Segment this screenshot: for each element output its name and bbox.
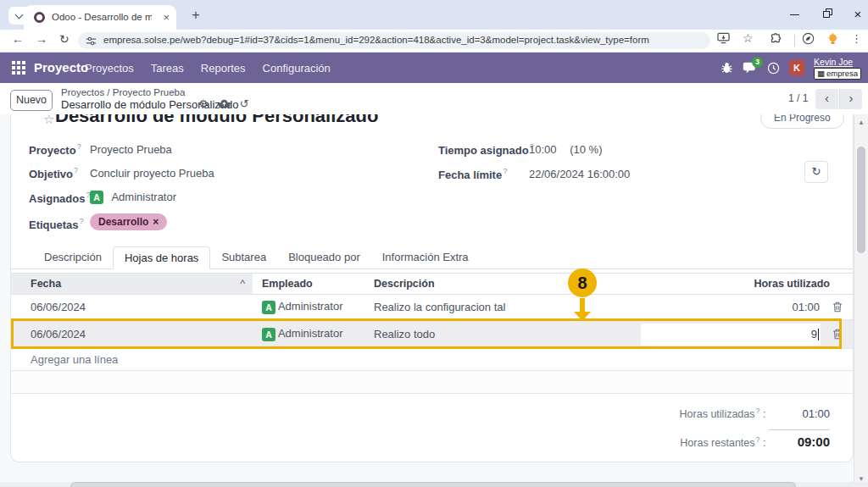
tab-hojas-de-horas[interactable]: Hojas de horas [113, 246, 210, 269]
energy-saver-icon[interactable] [802, 32, 815, 45]
company-badge: ▦empresa [814, 68, 861, 80]
total-used: Horas utilizadas? : 01:00 [609, 407, 830, 420]
task-form-sheet: ☆ Desarrollo de módulo Personalizado En … [10, 114, 854, 462]
activities-clock-icon[interactable] [767, 62, 780, 75]
extension-lightbulb-icon[interactable] [827, 33, 838, 47]
messages-count-badge: 3 [752, 57, 763, 68]
new-record-button[interactable]: Nuevo [10, 90, 53, 111]
menu-configuracion[interactable]: Configuración [263, 62, 331, 75]
hours-input[interactable]: 9 [641, 324, 821, 346]
browser-tab[interactable]: Odoo - Desarrollo de módulo P × [24, 5, 176, 30]
url-text[interactable]: empresa.solse.pe/web?debug=1#id=37&cids=… [103, 35, 697, 45]
address-bar[interactable]: empresa.solse.pe/web?debug=1#id=37&cids=… [78, 32, 710, 49]
column-header-descripcion[interactable]: Descripción [374, 274, 435, 294]
debug-bug-icon[interactable] [721, 62, 733, 74]
employee-avatar: A [262, 328, 275, 341]
extensions-icon[interactable] [770, 32, 782, 45]
toolbar-divider [794, 35, 795, 47]
window-close-button[interactable]: × [841, 0, 868, 30]
back-button[interactable]: ← [12, 32, 24, 46]
scrollbar-thumb[interactable] [857, 147, 865, 253]
reload-button[interactable]: ↻ [59, 32, 70, 46]
field-etiquetas-value: Desarrollo× [90, 213, 167, 230]
site-settings-icon[interactable] [86, 36, 97, 47]
timesheet-row-editing[interactable]: 06/06/2024 A Administrator Realizo todo … [11, 320, 853, 349]
annotation-step-badge: 8 [568, 268, 597, 297]
forward-button[interactable]: → [36, 32, 47, 46]
menu-proyectos[interactable]: Proyectos [85, 62, 134, 75]
user-name[interactable]: Kevin Joe [814, 57, 853, 67]
minimize-icon [790, 14, 799, 15]
bookmark-star-icon[interactable]: ☆ [743, 31, 754, 45]
field-asignados: Asignados? [29, 191, 90, 208]
timesheet-totals: Horas utilizadas? : 01:00 Horas restante… [609, 407, 830, 457]
tag-desarrollo[interactable]: Desarrollo× [90, 213, 167, 230]
employee-avatar: A [262, 301, 275, 314]
tab-bloqueado-por[interactable]: Bloqueado por [277, 246, 371, 269]
menu-reportes[interactable]: Reportes [201, 62, 246, 75]
gear-icon[interactable]: ⚙ [198, 97, 209, 110]
browser-menu-icon[interactable]: ⋮ [851, 32, 862, 45]
nav-right-cluster: 3 K Kevin Joe ▦empresa [721, 53, 861, 83]
tag-remove-icon[interactable]: × [153, 216, 159, 228]
tab-descripcion[interactable]: Descripción [33, 246, 113, 269]
timesheet-row[interactable]: 06/06/2024 A Administrator Realizo la co… [11, 295, 853, 320]
odoo-favicon-icon [34, 12, 45, 23]
field-etiquetas: Etiquetas? [29, 217, 84, 234]
field-proyecto-value[interactable]: Proyecto Prueba [90, 143, 172, 160]
total-remaining-value: 09:00 [769, 429, 830, 449]
apps-grid-icon[interactable] [12, 61, 25, 75]
column-header-fecha[interactable]: Fecha ^ [11, 274, 253, 294]
field-objetivo: Objetivo? [29, 166, 78, 183]
add-line-link[interactable]: Agregar una línea [11, 349, 853, 371]
browser-tab-strip: Odoo - Desarrollo de módulo P × + × [0, 0, 868, 30]
field-fecha-value[interactable]: 22/06/2024 16:00:00 [529, 168, 630, 185]
tab-subtarea[interactable]: Subtarea [210, 246, 277, 269]
field-objetivo-value[interactable]: Concluir proyecto Prueba [90, 167, 214, 184]
column-header-empleado[interactable]: Empleado [262, 274, 313, 294]
sort-asc-icon: ^ [240, 274, 245, 294]
field-proyecto: Proyecto? [29, 142, 81, 159]
delete-row-icon[interactable] [832, 329, 843, 340]
annotation-arrow [580, 298, 585, 313]
install-app-icon[interactable] [717, 32, 730, 44]
tab-informacion-extra[interactable]: Información Extra [371, 246, 480, 269]
user-menu[interactable]: Kevin Joe ▦empresa [814, 57, 861, 80]
field-tiempo-value[interactable]: 10:00 (10 %) [529, 143, 602, 160]
pager-previous-button[interactable]: ‹ [815, 89, 838, 109]
favorite-star-icon[interactable]: ☆ [43, 114, 54, 127]
menu-tareas[interactable]: Tareas [151, 62, 184, 75]
page-scrollbar[interactable]: ▲ ▼ [854, 114, 868, 487]
field-tiempo-asignado: Tiempo asignado? [438, 142, 534, 159]
browser-toolbar: ← → ↻ empresa.solse.pe/web?debug=1#id=37… [0, 30, 868, 53]
delete-row-icon[interactable] [832, 302, 843, 313]
messages-icon[interactable]: 3 [743, 62, 758, 75]
window-restore-button[interactable] [810, 0, 844, 30]
taskbar-edge-center [70, 482, 796, 487]
refresh-button[interactable]: ↻ [804, 161, 828, 183]
record-action-icons: ⚙ ↺ [198, 97, 249, 110]
building-icon: ▦ [817, 69, 825, 79]
total-remaining: Horas restantes? : 09:00 [609, 428, 830, 449]
scroll-up-icon[interactable]: ▲ [854, 119, 868, 126]
discard-undo-icon[interactable]: ↺ [240, 97, 249, 110]
breadcrumb[interactable]: Proyectos / Proyecto Prueba [61, 87, 185, 97]
screen: Odoo - Desarrollo de módulo P × + × ← → … [0, 0, 868, 487]
stage-badge[interactable]: En Progreso [760, 114, 844, 129]
notebook-tabs: Descripción Hojas de horas Subtarea Bloq… [11, 246, 853, 269]
cloud-save-icon[interactable] [218, 99, 231, 108]
record-pager: 1 / 1 [788, 92, 808, 104]
field-fecha-limite: Fecha límite? [438, 167, 507, 184]
tab-close-icon[interactable]: × [163, 11, 170, 24]
user-avatar[interactable]: K [789, 60, 804, 75]
column-header-horas[interactable]: Horas utilizado [754, 274, 830, 294]
field-asignados-value[interactable]: A Administrator [90, 189, 176, 204]
pager-next-button[interactable]: › [839, 89, 862, 109]
new-tab-button[interactable]: + [186, 6, 205, 25]
nav-menu: Proyectos Tareas Reportes Configuración [85, 53, 331, 83]
app-name[interactable]: Proyecto [34, 60, 88, 75]
window-minimize-button[interactable] [778, 0, 812, 30]
help-hint: ? [77, 142, 81, 151]
task-title[interactable]: Desarrollo de módulo Personalizado [55, 114, 378, 128]
empty-row [11, 371, 853, 394]
